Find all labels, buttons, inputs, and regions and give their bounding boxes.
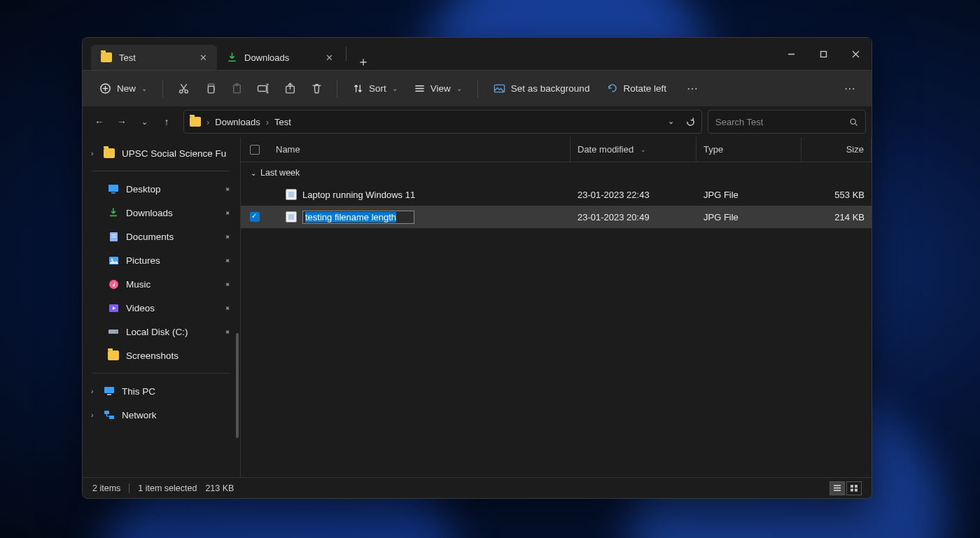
recent-locations-button[interactable]: ⌄ (133, 111, 155, 133)
sidebar-item-label: Pictures (126, 255, 160, 266)
image-file-icon (286, 189, 297, 200)
sort-button[interactable]: Sort ⌄ (346, 79, 405, 98)
sidebar-scrollbar[interactable] (236, 333, 239, 438)
pin-icon: ✦ (222, 326, 233, 337)
tab-strip: Test ✕ Downloads ✕ ＋ (83, 38, 775, 70)
folder-icon (190, 117, 201, 127)
set-background-button[interactable]: Set as background (486, 79, 597, 98)
navigation-pane: › UPSC Social Science Fu Desktop ✦ Downl… (83, 137, 241, 477)
file-name: Laptop running Windows 11 (302, 190, 415, 200)
sidebar-item-label: This PC (122, 386, 155, 397)
file-name-cell[interactable]: Laptop running Windows 11 (269, 189, 570, 200)
music-icon (108, 278, 119, 290)
thumbnails-view-button[interactable] (846, 481, 862, 495)
sidebar-item-network[interactable]: › Network (83, 403, 240, 427)
details-view-button[interactable] (830, 481, 845, 495)
up-button[interactable]: ↑ (155, 111, 178, 133)
sidebar-item-documents[interactable]: Documents ✦ (83, 225, 240, 248)
svg-point-18 (111, 258, 113, 260)
paste-button[interactable] (225, 77, 248, 101)
refresh-button[interactable] (685, 117, 696, 127)
explorer-body: › UPSC Social Science Fu Desktop ✦ Downl… (83, 137, 872, 477)
file-date: 23-01-2023 22:43 (570, 190, 696, 200)
column-name[interactable]: Name (269, 137, 570, 162)
separator (162, 80, 163, 98)
file-size: 553 KB (802, 190, 872, 200)
sidebar-item-this-pc[interactable]: › This PC (83, 379, 240, 403)
separator (129, 483, 130, 493)
sidebar-item-videos[interactable]: Videos ✦ (83, 296, 240, 320)
close-tab-icon[interactable]: ✕ (200, 52, 207, 63)
nav-buttons: ← → ⌄ ↑ (88, 111, 178, 133)
sidebar-item-label: UPSC Social Science Fu (122, 148, 226, 159)
svg-point-4 (185, 90, 188, 93)
file-row[interactable]: 23-01-2023 20:49 JPG File 214 KB (241, 206, 872, 228)
delete-button[interactable] (304, 77, 328, 101)
folder-icon (101, 52, 112, 62)
svg-rect-30 (855, 489, 858, 492)
more-inline-button[interactable]: ⋯ (680, 77, 704, 101)
separator (337, 80, 337, 98)
status-selected-size: 213 KB (205, 483, 234, 493)
minimize-button[interactable] (775, 38, 807, 70)
breadcrumb-test[interactable]: Test (274, 117, 291, 127)
pin-icon: ✦ (222, 302, 233, 313)
search-box[interactable] (708, 110, 866, 134)
more-overflow-button[interactable]: ⋯ (838, 77, 862, 101)
view-button[interactable]: View ⌄ (407, 79, 469, 98)
column-checkbox[interactable] (241, 137, 269, 162)
sidebar-item-upsc[interactable]: › UPSC Social Science Fu (83, 141, 240, 165)
column-size[interactable]: Size (802, 137, 872, 162)
svg-point-3 (179, 90, 182, 93)
svg-point-11 (850, 119, 855, 124)
address-dropdown-icon[interactable]: ⌄ (668, 117, 674, 127)
search-icon (849, 118, 858, 127)
sidebar-item-screenshots[interactable]: Screenshots (83, 344, 240, 367)
share-button[interactable] (278, 77, 302, 101)
sidebar-item-music[interactable]: Music ✦ (83, 272, 240, 296)
row-checkbox[interactable] (241, 212, 269, 222)
expand-icon[interactable]: › (91, 150, 93, 157)
sidebar-item-label: Music (126, 279, 150, 290)
breadcrumb-downloads[interactable]: Downloads (215, 117, 260, 127)
svg-rect-24 (107, 394, 111, 395)
sidebar-item-local-disk[interactable]: Local Disk (C:) ✦ (83, 320, 240, 344)
divider (92, 373, 230, 374)
column-date[interactable]: Date modified⌄ (570, 137, 696, 162)
close-tab-icon[interactable]: ✕ (326, 52, 333, 63)
command-bar: New ⌄ Sort ⌄ View ⌄ (83, 70, 872, 106)
new-tab-button[interactable]: ＋ (349, 53, 377, 70)
copy-button[interactable] (198, 77, 222, 101)
address-bar[interactable]: › Downloads › Test ⌄ (183, 110, 702, 134)
column-type[interactable]: Type (696, 137, 802, 162)
breadcrumb-separator: › (206, 117, 209, 127)
sidebar-item-pictures[interactable]: Pictures ✦ (83, 248, 240, 272)
tab-downloads[interactable]: Downloads ✕ (217, 45, 343, 70)
select-all-checkbox[interactable] (250, 145, 260, 155)
network-icon (104, 409, 115, 420)
group-header[interactable]: ⌄ Last week (241, 162, 872, 183)
close-window-button[interactable] (839, 38, 872, 70)
rename-button[interactable] (251, 77, 275, 101)
search-input[interactable] (715, 117, 849, 127)
new-button[interactable]: New ⌄ (92, 78, 154, 99)
forward-button[interactable]: → (111, 111, 133, 133)
expand-icon[interactable]: › (91, 388, 93, 395)
svg-rect-13 (111, 192, 115, 194)
maximize-button[interactable] (807, 38, 839, 70)
file-name-cell[interactable] (269, 211, 570, 224)
expand-icon[interactable]: › (91, 411, 93, 419)
chevron-down-icon: ⌄ (251, 169, 256, 177)
tab-test[interactable]: Test ✕ (91, 45, 217, 70)
view-label: View (430, 83, 451, 94)
sidebar-item-downloads[interactable]: Downloads ✦ (83, 201, 240, 225)
rename-input[interactable] (302, 211, 414, 224)
back-button[interactable]: ← (88, 111, 111, 133)
sort-indicator-icon: ⌄ (640, 146, 646, 153)
folder-icon (104, 148, 115, 158)
navigation-bar: ← → ⌄ ↑ › Downloads › Test ⌄ (83, 106, 872, 137)
file-row[interactable]: Laptop running Windows 11 23-01-2023 22:… (241, 183, 872, 206)
sidebar-item-desktop[interactable]: Desktop ✦ (83, 177, 240, 201)
rotate-left-button[interactable]: Rotate left (599, 79, 673, 99)
cut-button[interactable] (172, 77, 195, 101)
